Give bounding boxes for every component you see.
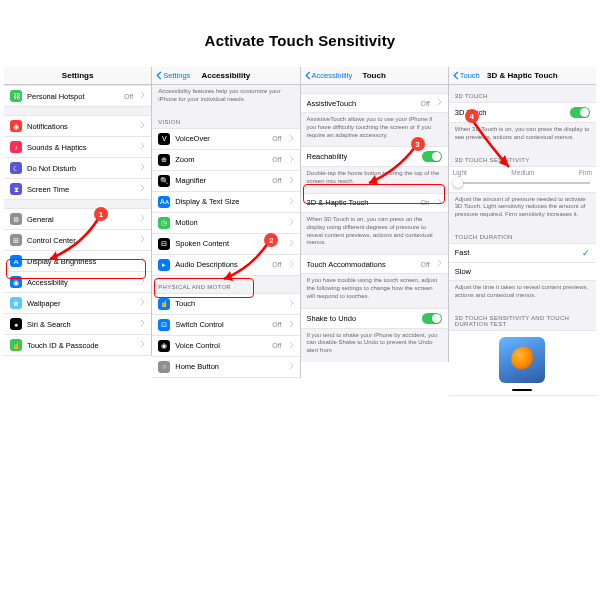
chevron-right-icon <box>140 298 145 308</box>
chevron-right-icon <box>140 142 145 152</box>
row-icon: ▸ <box>158 259 170 271</box>
row-icon: ◉ <box>10 120 22 132</box>
row-icon: Aᴀ <box>158 196 170 208</box>
row-label: Zoom <box>175 155 267 164</box>
chevron-right-icon <box>289 260 294 270</box>
panel-3d-haptic: Touch 3D & Haptic Touch 3D TOUCH 3D Touc… <box>449 67 596 396</box>
chevron-right-icon <box>289 197 294 207</box>
step-3: 3 <box>411 137 425 151</box>
note-accom: If you have trouble using the touch scre… <box>301 274 448 307</box>
chevron-right-icon <box>289 218 294 228</box>
toggle-reachability[interactable] <box>422 151 442 162</box>
row-label: Home Button <box>175 362 283 371</box>
vision-row-display-text-size[interactable]: AᴀDisplay & Text Size <box>152 192 299 213</box>
chevron-right-icon <box>437 198 442 208</box>
back-button[interactable]: Settings <box>156 71 190 80</box>
row-label: Do Not Disturb <box>27 164 135 173</box>
row-icon: 🔍 <box>158 175 170 187</box>
settings-row-control-center[interactable]: ⊞Control Center <box>4 230 151 251</box>
chevron-right-icon <box>140 121 145 131</box>
row-label: Switch Control <box>175 320 267 329</box>
vision-row-motion[interactable]: ◷Motion <box>152 213 299 234</box>
vision-row-magnifier[interactable]: 🔍MagnifierOff <box>152 171 299 192</box>
motor-row-switch-control[interactable]: ⊡Switch ControlOff <box>152 315 299 336</box>
row-icon: ⧗ <box>10 183 22 195</box>
row-icon: A <box>10 255 22 267</box>
settings-row-wallpaper[interactable]: ❀Wallpaper <box>4 293 151 314</box>
back-button[interactable]: Touch <box>453 71 480 80</box>
settings-row-do-not-disturb[interactable]: ☾Do Not Disturb <box>4 158 151 179</box>
chevron-right-icon <box>289 341 294 351</box>
note-3dtouch: When 3D Touch is on, you can press the d… <box>449 123 596 149</box>
row-label: General <box>27 215 135 224</box>
settings-row-display-brightness[interactable]: ADisplay & Brightness <box>4 251 151 272</box>
row-icon: ⊡ <box>158 319 170 331</box>
settings-row-personal-hotspot[interactable]: ⛓Personal HotspotOff <box>4 85 151 107</box>
row-icon: ⊞ <box>10 234 22 246</box>
motor-row-voice-control[interactable]: ◉Voice ControlOff <box>152 336 299 357</box>
settings-row-general[interactable]: ⚙General <box>4 208 151 230</box>
intro-text: Accessibility features help you customiz… <box>152 85 299 111</box>
note-duration: Adjust the time it takes to reveal conte… <box>449 281 596 307</box>
vision-row-voiceover[interactable]: VVoiceOverOff <box>152 128 299 150</box>
step-4: 4 <box>465 109 479 123</box>
section-vision: VISION <box>152 111 299 128</box>
note-sensitivity: Adjust the amount of pressure needed to … <box>449 193 596 226</box>
chevron-right-icon <box>140 163 145 173</box>
row-fast[interactable]: Fast ✓ <box>449 243 596 263</box>
test-image[interactable] <box>499 337 545 383</box>
slider-thumb[interactable] <box>453 178 463 188</box>
vision-row-audio-descriptions[interactable]: ▸Audio DescriptionsOff <box>152 255 299 276</box>
row-3d-haptic[interactable]: 3D & Haptic Touch On <box>301 193 448 213</box>
row-label: Touch ID & Passcode <box>27 341 135 350</box>
page-title: Activate Touch Sensitivity <box>0 0 600 67</box>
settings-row-sounds-haptics[interactable]: ♪Sounds & Haptics <box>4 137 151 158</box>
row-icon: ⛓ <box>10 90 22 102</box>
row-reachability[interactable]: Reachability <box>301 146 448 167</box>
row-label: Display & Brightness <box>27 257 135 266</box>
settings-row-notifications[interactable]: ◉Notifications <box>4 115 151 137</box>
toggle-3dtouch[interactable] <box>570 107 590 118</box>
sensitivity-slider[interactable] <box>455 182 590 184</box>
screenshots-row: Settings ⛓Personal HotspotOff◉Notificati… <box>0 67 600 396</box>
motor-row-home-button[interactable]: ○Home Button <box>152 357 299 378</box>
note-assistivetouch: AssistiveTouch allows you to use your iP… <box>301 113 448 146</box>
navbar: Settings Accessibility <box>152 67 299 85</box>
row-label: Control Center <box>27 236 135 245</box>
row-value: Off <box>272 342 281 349</box>
settings-row-screen-time[interactable]: ⧗Screen Time <box>4 179 151 200</box>
chevron-right-icon <box>289 134 294 144</box>
chevron-right-icon <box>140 184 145 194</box>
chevron-right-icon <box>140 319 145 329</box>
row-icon: ◷ <box>158 217 170 229</box>
row-icon: ☾ <box>10 162 22 174</box>
row-value: Off <box>272 321 281 328</box>
row-assistivetouch[interactable]: AssistiveTouch Off <box>301 93 448 113</box>
row-touch-accom[interactable]: Touch Accommodations Off <box>301 254 448 274</box>
step-1: 1 <box>94 207 108 221</box>
chevron-right-icon <box>140 91 145 101</box>
row-icon: ⊕ <box>158 154 170 166</box>
row-value: Off <box>272 261 281 268</box>
section-test: 3D TOUCH SENSITIVITY AND TOUCH DURATION … <box>449 307 596 330</box>
row-icon: ● <box>10 318 22 330</box>
row-shake-undo[interactable]: Shake to Undo <box>301 308 448 329</box>
note-3d: When 3D Touch is on, you can press on th… <box>301 213 448 254</box>
motor-row-touch[interactable]: ☝Touch <box>152 293 299 315</box>
settings-row-touch-id-passcode[interactable]: ☝Touch ID & Passcode <box>4 335 151 356</box>
row-label: Touch <box>175 299 283 308</box>
settings-row-accessibility[interactable]: ◉Accessibility <box>4 272 151 293</box>
panel-accessibility: Settings Accessibility Accessibility fea… <box>152 67 300 378</box>
back-button[interactable]: Accessibility <box>305 71 353 80</box>
toggle-shake[interactable] <box>422 313 442 324</box>
chevron-right-icon <box>289 239 294 249</box>
row-label: VoiceOver <box>175 134 267 143</box>
settings-row-siri-search[interactable]: ●Siri & Search <box>4 314 151 335</box>
vision-row-zoom[interactable]: ⊕ZoomOff <box>152 150 299 171</box>
row-label: Accessibility <box>27 278 135 287</box>
nav-title: Settings <box>4 71 151 80</box>
chevron-right-icon <box>140 214 145 224</box>
row-slow[interactable]: Slow <box>449 263 596 281</box>
row-label: Siri & Search <box>27 320 135 329</box>
navbar: Settings <box>4 67 151 85</box>
